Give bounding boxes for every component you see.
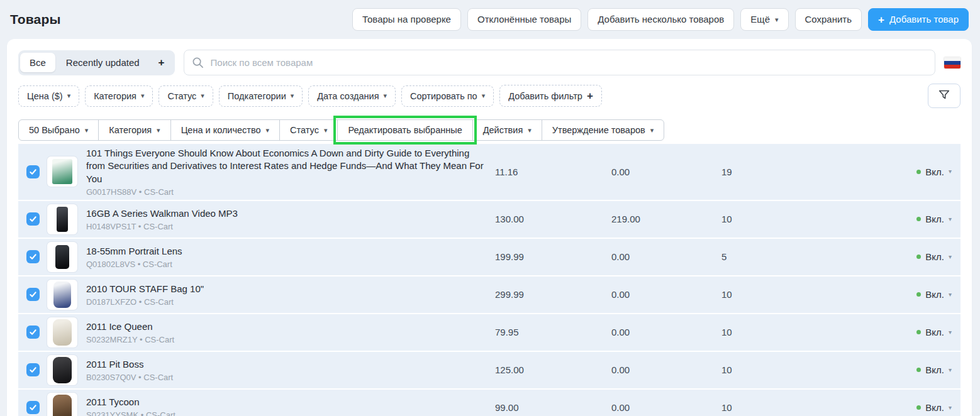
- product-quantity[interactable]: 5: [721, 251, 832, 262]
- caret-down-icon: ▾: [482, 92, 486, 99]
- product-sku: G0017HS88V • CS-Cart: [86, 187, 486, 197]
- caret-down-icon: ▾: [949, 405, 952, 411]
- russian-flag-icon[interactable]: [944, 57, 961, 68]
- product-name-link[interactable]: 18-55mm Portrait Lens: [86, 245, 486, 258]
- row-checkbox[interactable]: [26, 165, 40, 178]
- caret-down-icon: ▾: [949, 254, 952, 260]
- caret-down-icon: ▾: [157, 127, 160, 134]
- product-quantity[interactable]: 10: [721, 214, 832, 224]
- more-menu-button[interactable]: Ещё ▾: [740, 8, 788, 31]
- product-name-link[interactable]: 2010 TOUR STAFF Bag 10": [86, 283, 486, 295]
- status-dot-icon: [916, 405, 921, 410]
- product-quantity[interactable]: 10: [721, 327, 832, 337]
- product-image: [53, 319, 72, 346]
- caret-down-icon: ▾: [528, 127, 532, 134]
- status-dot-icon: [916, 368, 921, 372]
- caret-down-icon: ▾: [949, 216, 952, 222]
- product-price[interactable]: 11.16: [495, 167, 611, 177]
- product-thumbnail[interactable]: [47, 280, 77, 310]
- filter-status[interactable]: Статус ▾: [159, 85, 213, 107]
- bulk-category-dropdown[interactable]: Категория ▾: [98, 119, 170, 141]
- row-checkbox[interactable]: [26, 363, 40, 376]
- product-status-dropdown[interactable]: Вкл. ▾: [832, 402, 961, 413]
- product-list-price[interactable]: 0.00: [611, 364, 721, 375]
- check-icon: [29, 290, 37, 298]
- product-thumbnail[interactable]: [47, 355, 77, 385]
- selected-count-dropdown[interactable]: 50 Выбрано ▾: [18, 119, 99, 141]
- status-label: Вкл.: [925, 402, 944, 413]
- add-product-button[interactable]: + Добавить товар: [868, 8, 969, 31]
- status-label: Вкл.: [925, 289, 944, 300]
- bulk-actions-dropdown[interactable]: Действия ▾: [472, 119, 542, 141]
- product-sku: H0148VPS1T • CS-Cart: [86, 222, 486, 231]
- caret-down-icon: ▾: [141, 92, 145, 99]
- pending-products-button[interactable]: Товары на проверке: [352, 8, 461, 31]
- product-quantity[interactable]: 10: [721, 402, 832, 413]
- row-checkbox[interactable]: [26, 212, 40, 226]
- product-status-dropdown[interactable]: Вкл. ▾: [832, 214, 961, 224]
- product-thumbnail[interactable]: [47, 242, 77, 272]
- status-label: Вкл.: [925, 364, 944, 375]
- product-thumbnail[interactable]: [47, 156, 77, 187]
- product-name-link[interactable]: 2011 Tycoon: [86, 396, 486, 408]
- caret-down-icon: ▾: [949, 367, 952, 373]
- product-status-dropdown[interactable]: Вкл. ▾: [832, 167, 961, 177]
- product-list-price[interactable]: 0.00: [611, 167, 721, 177]
- product-quantity[interactable]: 10: [721, 364, 832, 375]
- product-thumbnail[interactable]: [47, 317, 77, 348]
- bulk-price-quantity-dropdown[interactable]: Цена и количество ▾: [170, 119, 280, 141]
- filter-row: Цена ($) ▾ Категория ▾ Статус ▾ Подкатег…: [18, 84, 961, 108]
- edit-selected-button[interactable]: Редактировать выбранные: [337, 119, 472, 141]
- product-quantity[interactable]: 19: [721, 167, 832, 177]
- search-input[interactable]: [184, 50, 935, 75]
- filter-date-created[interactable]: Дата создания ▾: [308, 85, 396, 107]
- row-checkbox[interactable]: [26, 326, 40, 339]
- product-price[interactable]: 199.99: [495, 251, 611, 262]
- product-price[interactable]: 130.00: [495, 214, 611, 224]
- funnel-icon: [937, 88, 951, 104]
- product-list-price[interactable]: 219.00: [611, 214, 721, 224]
- declined-products-button[interactable]: Отклонённые товары: [467, 8, 581, 31]
- product-list-price[interactable]: 0.00: [611, 251, 721, 262]
- product-status-dropdown[interactable]: Вкл. ▾: [832, 364, 961, 375]
- status-dot-icon: [916, 217, 921, 221]
- row-checkbox[interactable]: [26, 401, 40, 414]
- product-status-dropdown[interactable]: Вкл. ▾: [832, 251, 961, 262]
- add-filter-button[interactable]: Добавить фильтр +: [499, 85, 602, 107]
- add-multiple-products-button[interactable]: Добавить несколько товаров: [587, 8, 734, 31]
- product-name-link[interactable]: 16GB A Series Walkman Video MP3: [86, 207, 486, 220]
- product-price[interactable]: 299.99: [495, 289, 611, 300]
- product-thumbnail[interactable]: [47, 393, 77, 416]
- product-thumbnail[interactable]: [47, 204, 77, 234]
- filter-subcategories[interactable]: Подкатегории ▾: [219, 85, 303, 107]
- product-price[interactable]: 125.00: [495, 364, 611, 375]
- product-status-dropdown[interactable]: Вкл. ▾: [832, 289, 961, 300]
- row-checkbox[interactable]: [26, 288, 40, 301]
- product-name-link[interactable]: 101 Things Everyone Should Know About Ec…: [86, 147, 486, 185]
- check-icon: [29, 403, 37, 412]
- product-list-price[interactable]: 0.00: [611, 289, 721, 300]
- product-price[interactable]: 79.95: [495, 327, 611, 337]
- product-name-link[interactable]: 2011 Ice Queen: [86, 320, 486, 333]
- tab-recently-updated[interactable]: Recently updated: [57, 53, 149, 72]
- filter-price[interactable]: Цена ($) ▾: [18, 85, 79, 107]
- product-price[interactable]: 99.00: [495, 402, 611, 413]
- bulk-approval-dropdown[interactable]: Утверждение товаров ▾: [542, 119, 664, 141]
- caret-down-icon: ▾: [67, 92, 71, 99]
- bulk-status-dropdown[interactable]: Статус ▾: [279, 119, 338, 141]
- filter-category[interactable]: Категория ▾: [85, 85, 153, 107]
- product-name-link[interactable]: 2011 Pit Boss: [86, 358, 486, 371]
- advanced-filter-button[interactable]: [928, 84, 961, 108]
- add-tab-icon[interactable]: +: [150, 52, 173, 74]
- product-quantity[interactable]: 10: [721, 289, 832, 300]
- product-list-price[interactable]: 0.00: [611, 402, 721, 413]
- product-list-price[interactable]: 0.00: [611, 327, 721, 337]
- status-dot-icon: [916, 255, 921, 259]
- product-status-dropdown[interactable]: Вкл. ▾: [832, 327, 961, 337]
- status-label: Вкл.: [925, 167, 944, 177]
- status-dot-icon: [916, 292, 921, 297]
- tab-all[interactable]: Все: [20, 53, 55, 72]
- save-button[interactable]: Сохранить: [795, 8, 862, 31]
- filter-sort-by[interactable]: Сортировать по ▾: [401, 85, 494, 107]
- row-checkbox[interactable]: [26, 250, 40, 263]
